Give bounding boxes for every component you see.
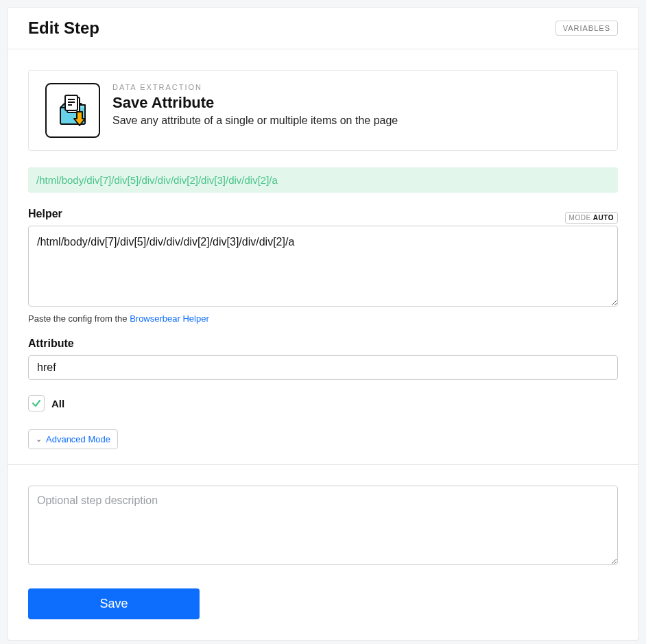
page-title: Edit Step xyxy=(28,19,99,38)
helper-field-wrap: MODE AUTO xyxy=(28,226,618,309)
panel-footer: Save xyxy=(8,464,638,640)
mode-badge[interactable]: MODE AUTO xyxy=(565,212,618,224)
all-label: All xyxy=(51,398,64,409)
step-meta: DATA EXTRACTION Save Attribute Save any … xyxy=(112,83,398,127)
mode-prefix: MODE xyxy=(569,214,591,222)
browserbear-helper-link[interactable]: Browserbear Helper xyxy=(130,313,209,324)
helper-hint-text: Paste the config from the xyxy=(28,313,130,324)
xpath-display: /html/body/div[7]/div[5]/div/div/div[2]/… xyxy=(28,167,618,193)
edit-step-panel: Edit Step VARIABLES xyxy=(7,7,639,641)
step-title: Save Attribute xyxy=(112,94,398,112)
chevron-down-icon: ⌄ xyxy=(36,435,42,444)
attribute-input[interactable] xyxy=(28,355,618,380)
helper-hint: Paste the config from the Browserbear He… xyxy=(28,313,618,324)
advanced-mode-label: Advanced Mode xyxy=(46,434,110,444)
step-card: DATA EXTRACTION Save Attribute Save any … xyxy=(28,70,618,151)
variables-button[interactable]: VARIABLES xyxy=(555,21,618,36)
attribute-label: Attribute xyxy=(28,337,618,350)
step-category: DATA EXTRACTION xyxy=(112,83,398,91)
check-icon xyxy=(32,398,41,408)
save-attribute-icon xyxy=(45,83,100,138)
step-description: Save any attribute of a single or multip… xyxy=(112,115,398,127)
step-description-input[interactable] xyxy=(28,486,618,565)
save-button[interactable]: Save xyxy=(28,588,200,619)
all-checkbox[interactable] xyxy=(28,395,45,412)
helper-input[interactable] xyxy=(28,226,618,307)
helper-label: Helper xyxy=(28,208,618,220)
advanced-mode-button[interactable]: ⌄ Advanced Mode xyxy=(28,429,118,449)
panel-header: Edit Step VARIABLES xyxy=(8,8,638,49)
mode-value: AUTO xyxy=(593,214,614,222)
all-checkbox-row: All xyxy=(28,395,618,412)
panel-body: DATA EXTRACTION Save Attribute Save any … xyxy=(8,49,638,464)
